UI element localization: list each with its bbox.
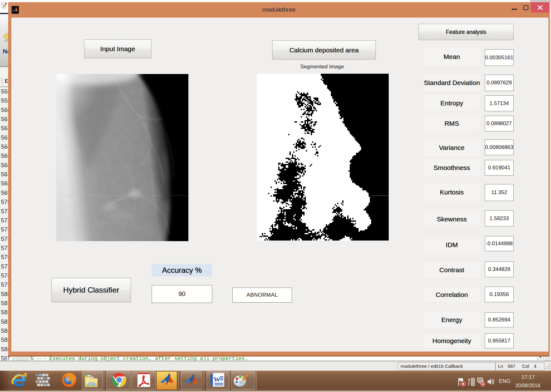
svg-text:W: W [213, 375, 220, 383]
